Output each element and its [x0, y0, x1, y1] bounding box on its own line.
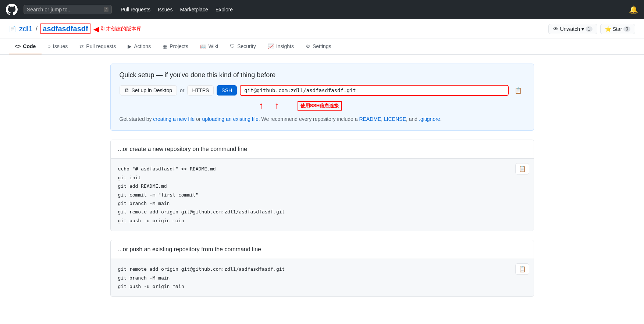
ssh-annotation-label: 使用SSH信息连接 [298, 101, 342, 111]
tab-security-label: Security [237, 43, 256, 49]
annotation-text: 刚才创建的版本库 [100, 26, 142, 32]
star-label: Star [613, 26, 622, 32]
search-bar[interactable]: Search or jump to... / [24, 5, 112, 14]
pr-icon: ⇄ [79, 43, 84, 49]
url-copy-button[interactable]: 📋 [512, 85, 525, 96]
push-section: ...or push an existing repository from t… [110, 240, 534, 297]
nav-issues[interactable]: Issues [158, 7, 172, 12]
license-link[interactable]: LICENSE [384, 116, 406, 122]
tab-projects-label: Projects [170, 43, 188, 49]
repo-book-icon: 📄 [9, 25, 16, 32]
creating-file-link[interactable]: creating a new file [153, 116, 195, 122]
nav-pull-requests[interactable]: Pull requests [121, 7, 150, 12]
watch-count: 1 [586, 26, 593, 32]
tab-pr-label: Pull requests [86, 43, 116, 49]
tab-actions[interactable]: ▶ Actions [122, 39, 157, 54]
https-label: HTTPS [192, 87, 209, 93]
projects-icon: ▦ [163, 43, 167, 49]
eye-icon: 👁 [553, 26, 558, 32]
tab-code[interactable]: <> Code [9, 39, 42, 54]
repo-header-actions: 👁 Unwatch ▾ 1 ⭐ Star 0 [548, 24, 635, 34]
setup-desktop-button[interactable]: 🖥 Set up in Desktop [120, 85, 177, 96]
top-nav-links: Pull requests Issues Marketplace Explore [121, 7, 233, 12]
tab-actions-label: Actions [134, 43, 151, 49]
main-content: Quick setup — if you've done this kind o… [102, 64, 543, 297]
gitignore-link[interactable]: .gitignore [419, 116, 440, 122]
repo-separator: / [36, 25, 38, 33]
ssh-label: SSH [221, 87, 232, 93]
tab-settings[interactable]: ⚙ Settings [300, 39, 337, 54]
https-button[interactable]: HTTPS [187, 85, 214, 96]
new-repo-copy-button[interactable]: 📋 [515, 163, 529, 174]
push-copy-button[interactable]: 📋 [515, 263, 529, 275]
star-icon: ⭐ [605, 26, 611, 32]
ssh-button[interactable]: SSH [217, 85, 237, 96]
wiki-icon: 📖 [200, 43, 206, 49]
desktop-icon: 🖥 [124, 87, 129, 93]
notification-bell-icon[interactable]: 🔔 [629, 5, 638, 14]
new-repo-title: ...or create a new repository on the com… [118, 146, 247, 152]
tab-wiki[interactable]: 📖 Wiki [194, 39, 224, 54]
tab-issues-label: Issues [53, 43, 68, 49]
star-count: 0 [623, 26, 630, 32]
settings-icon: ⚙ [306, 43, 310, 49]
tab-security[interactable]: 🛡 Security [224, 39, 262, 54]
code-icon: <> [15, 43, 21, 49]
tab-pull-requests[interactable]: ⇄ Pull requests [74, 39, 122, 54]
readme-link[interactable]: README [359, 116, 381, 122]
push-code: git remote add origin git@github.com:zdl… [118, 265, 526, 291]
nav-marketplace[interactable]: Marketplace [180, 7, 208, 12]
ssh-annotation-row: ↑ ↑ 使用SSH信息连接 [120, 100, 525, 111]
quick-setup-title: Quick setup — if you've done this kind o… [120, 71, 525, 79]
watch-label: Unwatch [560, 26, 580, 32]
tab-issues[interactable]: ○ Issues [42, 39, 74, 54]
watch-button[interactable]: 👁 Unwatch ▾ 1 [548, 24, 597, 34]
repo-tabs: <> Code ○ Issues ⇄ Pull requests ▶ Actio… [0, 39, 644, 55]
tab-wiki-label: Wiki [209, 43, 218, 49]
nav-right: 🔔 [629, 5, 638, 14]
push-code-block: git remote add origin git@github.com:zdl… [111, 259, 534, 296]
ssh-arrow-1: ↑ [259, 100, 264, 111]
issues-icon: ○ [47, 43, 50, 49]
quick-setup-box: Quick setup — if you've done this kind o… [110, 64, 534, 131]
star-button[interactable]: ⭐ Star 0 [600, 24, 635, 34]
tab-projects[interactable]: ▦ Projects [157, 39, 194, 54]
uploading-file-link[interactable]: uploading an existing file [202, 116, 258, 122]
tab-settings-label: Settings [313, 43, 331, 49]
setup-buttons: 🖥 Set up in Desktop or HTTPS SSH 📋 [120, 85, 525, 96]
ssh-up-arrow-2-icon: ↑ [275, 100, 279, 111]
repo-header: 📄 zdl1 / asdfasdfasdf ◀ 刚才创建的版本库 👁 Unwat… [0, 19, 644, 39]
repo-annotation: ◀ 刚才创建的版本库 [93, 25, 142, 33]
nav-explore[interactable]: Explore [216, 7, 233, 12]
new-repo-section: ...or create a new repository on the com… [110, 140, 534, 231]
push-header: ...or push an existing repository from t… [111, 240, 534, 259]
setup-desktop-label: Set up in Desktop [132, 87, 172, 93]
search-placeholder: Search or jump to... [27, 7, 72, 12]
url-input[interactable] [241, 86, 508, 95]
new-repo-code: echo "# asdfasdfasdf" >> README.md git i… [118, 165, 526, 225]
get-started-text: Get started by creating a new file or up… [120, 115, 525, 123]
new-repo-header: ...or create a new repository on the com… [111, 140, 534, 159]
tab-insights-label: Insights [276, 43, 294, 49]
chevron-down-icon: ▾ [581, 26, 584, 32]
top-nav: Search or jump to... / Pull requests Iss… [0, 0, 644, 19]
actions-icon: ▶ [128, 43, 132, 49]
ssh-arrow-2: ↑ [275, 100, 279, 111]
push-title: ...or push an existing repository from t… [118, 246, 261, 252]
or-text: or [180, 87, 184, 93]
new-repo-code-block: echo "# asdfasdfasdf" >> README.md git i… [111, 159, 534, 231]
red-arrow-icon: ◀ [93, 25, 99, 33]
repo-owner-link[interactable]: zdl1 [19, 25, 33, 33]
repo-name-link[interactable]: asdfasdfasdf [40, 24, 90, 34]
ssh-up-arrow-icon: ↑ [259, 100, 264, 111]
github-logo [6, 4, 18, 15]
tab-insights[interactable]: 📈 Insights [262, 39, 300, 54]
insights-icon: 📈 [268, 43, 274, 49]
search-kbd: / [104, 7, 108, 12]
url-display[interactable] [240, 85, 508, 96]
tab-code-label: Code [23, 43, 36, 49]
security-icon: 🛡 [230, 43, 235, 49]
